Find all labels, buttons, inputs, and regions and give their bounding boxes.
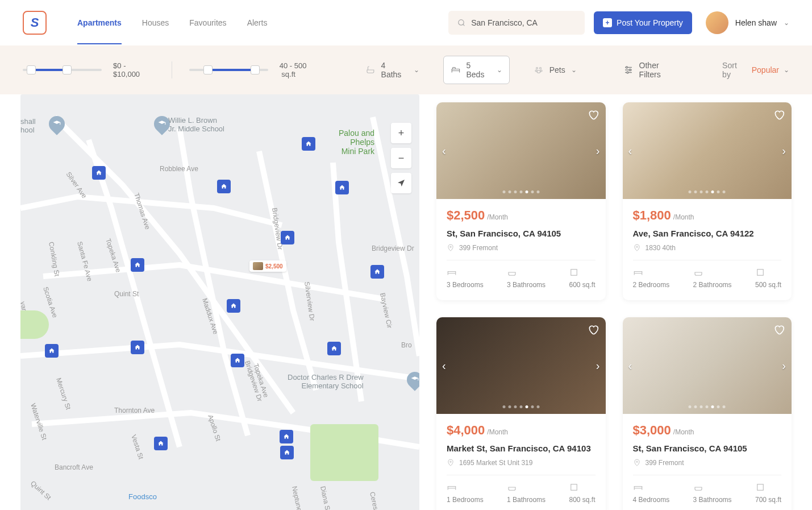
listing-card[interactable]: ‹ › $4,000/Month Market St, San Francisc… (436, 317, 606, 510)
map-pin[interactable] (280, 446, 294, 459)
main-content: 470 660 680 Silver Ave Conkling St Santa… (0, 94, 812, 510)
price-period: /Month (487, 213, 508, 221)
logo[interactable]: S (23, 11, 47, 35)
nav-apartments[interactable]: Apartments (77, 1, 122, 44)
map-pin[interactable] (154, 437, 168, 450)
price-max-handle[interactable] (63, 65, 72, 74)
map-poi-label: shall hool (20, 117, 36, 134)
map-pin[interactable] (45, 344, 59, 358)
sqft-spec: 500 sq.ft (755, 267, 781, 289)
svg-point-41 (450, 246, 451, 247)
chevron-down-icon: ⌄ (784, 66, 789, 74)
map-poi-label: Foodsco (128, 492, 157, 501)
next-image-button[interactable]: › (596, 359, 600, 372)
beds-filter[interactable]: 5 Beds ⌄ (443, 56, 510, 84)
map-pin[interactable] (370, 265, 384, 279)
sqft-range[interactable]: 40 - 500 sq.ft (189, 61, 324, 78)
park (20, 310, 49, 339)
map-pin[interactable] (217, 180, 231, 193)
svg-point-12 (627, 72, 628, 73)
bath-icon (365, 65, 376, 75)
location-arrow-icon (397, 179, 406, 188)
map-pin[interactable] (335, 181, 349, 194)
image-dots (689, 405, 726, 408)
map-price-pin[interactable]: $2,500 (249, 260, 286, 272)
chevron-down-icon: ⌄ (497, 66, 502, 74)
map-pin[interactable] (302, 137, 315, 151)
next-image-button[interactable]: › (596, 144, 600, 157)
bath-icon (507, 267, 517, 277)
user-menu[interactable]: Helen shaw ⌄ (706, 11, 789, 34)
prev-image-button[interactable]: ‹ (628, 144, 632, 157)
prev-image-button[interactable]: ‹ (442, 144, 446, 157)
listing-card[interactable]: ‹ › $1,800/Month Ave, San Francisco, CA … (623, 102, 792, 300)
listing-image[interactable]: ‹ › (623, 102, 792, 199)
listing-card[interactable]: ‹ › $3,000/Month St, San Francisco, CA 9… (623, 317, 792, 510)
listing-image[interactable]: ‹ › (436, 102, 606, 199)
zoom-in-button[interactable]: + (391, 123, 411, 143)
sqft-slider[interactable] (189, 69, 268, 71)
price-range[interactable]: $0 - $10,000 (23, 61, 155, 78)
sqft-max-handle[interactable] (251, 65, 260, 74)
map-pin[interactable] (280, 430, 293, 443)
svg-text:Bancroft Ave: Bancroft Ave (55, 463, 93, 471)
map-pin[interactable] (281, 231, 294, 244)
nav-alerts[interactable]: Alerts (247, 1, 268, 44)
map-pin[interactable] (92, 166, 106, 180)
map-pin[interactable] (231, 354, 244, 367)
bed-icon (633, 482, 643, 492)
listing-image[interactable]: ‹ › (436, 317, 606, 414)
pets-icon (534, 65, 544, 75)
baths-filter[interactable]: 4 Baths ⌄ (359, 56, 426, 84)
nav-houses[interactable]: Houses (142, 1, 169, 44)
map[interactable]: 470 660 680 Silver Ave Conkling St Santa… (20, 94, 419, 510)
prev-image-button[interactable]: ‹ (442, 359, 446, 372)
baths-spec: 2 Bathrooms (693, 267, 732, 289)
nav-favourites[interactable]: Favourites (189, 1, 226, 44)
search-icon (457, 18, 465, 27)
svg-rect-42 (571, 269, 577, 276)
map-pin[interactable] (131, 341, 144, 354)
price-min-handle[interactable] (27, 65, 36, 74)
prev-image-button[interactable]: ‹ (628, 359, 632, 372)
sort-by[interactable]: Sort by Popular ⌄ (722, 61, 789, 79)
image-dots (502, 405, 539, 408)
map-pin[interactable] (227, 299, 240, 313)
favourite-button[interactable] (773, 324, 785, 338)
area-icon (755, 267, 765, 277)
svg-text:Bro: Bro (401, 341, 412, 349)
svg-rect-48 (757, 484, 764, 491)
map-park-label: Palou and Phelps Mini Park (339, 128, 374, 156)
location-detail: 399 Fremont (633, 459, 782, 467)
sqft-spec: 800 sq.ft (569, 482, 595, 504)
price-period: /Month (673, 213, 694, 221)
sqft-min-handle[interactable] (203, 65, 213, 74)
pin-icon (447, 459, 455, 467)
post-property-button[interactable]: + Post Your Property (594, 11, 692, 34)
pets-filter[interactable]: Pets ⌄ (527, 60, 584, 80)
chevron-down-icon: ⌄ (571, 66, 577, 74)
favourite-button[interactable] (773, 109, 785, 123)
favourite-button[interactable] (588, 324, 599, 338)
favourite-button[interactable] (588, 109, 599, 123)
other-filters[interactable]: Other Filters (623, 61, 682, 79)
listing-image[interactable]: ‹ › (623, 317, 792, 414)
address: Ave, San Francisco, CA 94122 (633, 229, 782, 238)
location-detail: 1695 Market St Unit 319 (447, 459, 596, 467)
listing-card[interactable]: ‹ › $2,500/Month St, San Francisco, CA 9… (436, 102, 606, 300)
map-pin[interactable] (327, 342, 341, 355)
locate-button[interactable] (391, 173, 411, 193)
listings-grid: ‹ › $2,500/Month St, San Francisco, CA 9… (436, 94, 812, 510)
pin-thumb (253, 262, 263, 270)
search-input[interactable] (471, 18, 576, 27)
zoom-out-button[interactable]: − (391, 148, 411, 168)
search-box[interactable] (448, 11, 585, 35)
next-image-button[interactable]: › (782, 144, 786, 157)
sqft-spec: 700 sq.ft (755, 482, 781, 504)
next-image-button[interactable]: › (782, 359, 786, 372)
price-slider[interactable] (23, 69, 102, 71)
map-pin[interactable] (131, 258, 144, 272)
area-icon (755, 482, 765, 492)
card-body: $1,800/Month Ave, San Francisco, CA 9412… (623, 199, 792, 298)
plus-icon: + (603, 18, 612, 27)
